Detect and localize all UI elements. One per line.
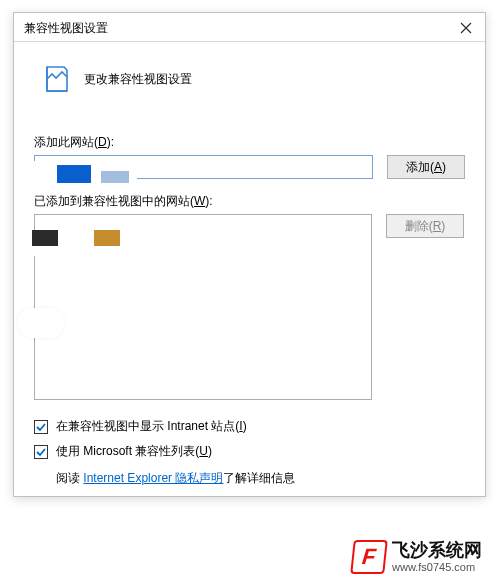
mslist-checkbox-row: 使用 Microsoft 兼容性列表(U)	[34, 443, 465, 460]
close-button[interactable]	[457, 19, 475, 37]
close-icon	[460, 22, 472, 34]
dialog-title: 兼容性视图设置	[24, 20, 108, 37]
redaction-overlay	[18, 308, 64, 338]
intranet-checkbox-row: 在兼容性视图中显示 Intranet 站点(I)	[34, 418, 465, 435]
brand-logo-icon: F	[350, 540, 388, 574]
add-button[interactable]: 添加(A)	[387, 155, 465, 179]
intranet-checkbox-label: 在兼容性视图中显示 Intranet 站点(I)	[56, 418, 247, 435]
privacy-read-row: 阅读 Internet Explorer 隐私声明了解详细信息	[56, 470, 465, 487]
redaction-overlay	[19, 161, 137, 185]
brand-title: 飞沙系统网	[392, 541, 482, 561]
compat-page-icon	[42, 64, 72, 94]
titlebar: 兼容性视图设置	[14, 13, 485, 42]
check-icon	[35, 421, 47, 433]
add-site-label: 添加此网站(D):	[34, 134, 465, 151]
check-icon	[35, 446, 47, 458]
brand-url: www.fs0745.com	[392, 561, 482, 573]
list-label: 已添加到兼容性视图中的网站(W):	[34, 193, 465, 210]
mslist-checkbox[interactable]	[34, 445, 48, 459]
mslist-checkbox-label: 使用 Microsoft 兼容性列表(U)	[56, 443, 212, 460]
privacy-link[interactable]: Internet Explorer 隐私声明	[83, 471, 223, 485]
remove-button[interactable]: 删除(R)	[386, 214, 464, 238]
dialog-subtitle: 更改兼容性视图设置	[84, 71, 192, 88]
brand-watermark: F 飞沙系统网 www.fs0745.com	[352, 540, 482, 574]
intranet-checkbox[interactable]	[34, 420, 48, 434]
redaction-overlay	[22, 230, 148, 256]
header-row: 更改兼容性视图设置	[14, 42, 485, 102]
